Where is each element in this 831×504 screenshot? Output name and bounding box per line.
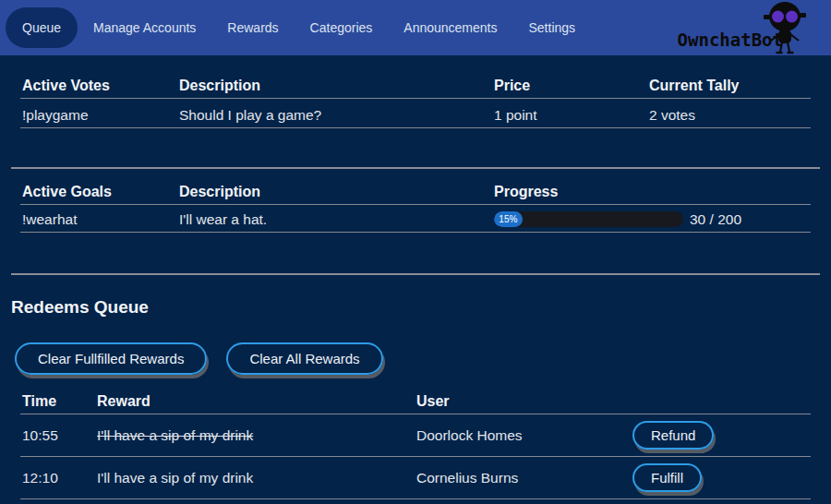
goal-command: !wearhat	[20, 210, 177, 228]
clear-all-button[interactable]: Clear All Rewards	[226, 342, 382, 375]
active-votes-table: Active Votes Description Price Current T…	[11, 55, 820, 169]
votes-col-command: Active Votes	[20, 77, 177, 94]
tab-rewards[interactable]: Rewards	[211, 0, 294, 55]
table-row: !wearhat I'll wear a hat. 15% 30 / 200	[20, 205, 811, 233]
refund-button[interactable]: Refund	[632, 421, 714, 450]
tab-queue[interactable]: Queue	[6, 7, 78, 48]
goal-progress-fill: 15%	[494, 211, 523, 227]
goal-progress-bar: 15%	[494, 211, 683, 227]
redeems-header-row: Time Reward User	[20, 375, 811, 414]
table-row: !playgame Should I play a game? 1 point …	[20, 99, 811, 128]
tab-settings[interactable]: Settings	[512, 0, 591, 55]
redeems-col-user: User	[415, 392, 632, 410]
vote-description: Should I play a game?	[177, 106, 492, 124]
goal-progress-count: 30 / 200	[690, 210, 741, 228]
vote-command: !playgame	[20, 106, 177, 124]
redeem-user: Cornelius Burns	[415, 469, 632, 486]
goal-description: I'll wear a hat.	[177, 210, 492, 228]
top-navbar: Queue Manage Accounts Rewards Categories…	[0, 0, 831, 55]
redeems-table: Time Reward User 10:55 I'll have a sip o…	[11, 375, 820, 499]
main-content: Active Votes Description Price Current T…	[0, 55, 831, 499]
redeem-time: 12:10	[20, 469, 95, 486]
redeems-actions: Clear Fullfilled Rewards Clear All Rewar…	[15, 342, 820, 375]
redeem-reward: I'll have a sip of my drink	[95, 426, 415, 444]
redeems-col-reward: Reward	[95, 392, 415, 410]
table-row: 12:10 I'll have a sip of my drink Cornel…	[20, 457, 811, 499]
tab-announcements[interactable]: Announcements	[388, 0, 512, 55]
tab-manage-accounts[interactable]: Manage Accounts	[78, 0, 211, 55]
votes-col-description: Description	[177, 77, 492, 94]
redeems-col-time: Time	[20, 392, 95, 410]
goals-col-progress: Progress	[492, 183, 811, 200]
goals-col-description: Description	[177, 183, 492, 200]
redeem-reward: I'll have a sip of my drink	[95, 469, 415, 486]
table-row: 10:55 I'll have a sip of my drink Doorlo…	[20, 414, 811, 457]
goals-header-row: Active Goals Description Progress	[20, 169, 811, 205]
redeem-time: 10:55	[20, 426, 95, 444]
clear-fulfilled-button[interactable]: Clear Fullfilled Rewards	[15, 342, 207, 375]
votes-col-price: Price	[492, 77, 647, 94]
redeem-user: Doorlock Homes	[415, 426, 632, 444]
goal-progress: 15% 30 / 200	[492, 210, 811, 228]
votes-header-row: Active Votes Description Price Current T…	[20, 55, 811, 99]
goals-col-command: Active Goals	[20, 183, 177, 200]
goal-progress-percent-label: 15%	[499, 215, 517, 224]
votes-col-tally: Current Tally	[647, 77, 811, 94]
redeems-col-action	[632, 392, 811, 410]
vote-tally: 2 votes	[647, 106, 811, 124]
fulfill-button[interactable]: Fulfill	[632, 463, 702, 492]
robot-mascot-icon	[763, 1, 807, 54]
active-goals-table: Active Goals Description Progress !wearh…	[11, 169, 820, 275]
tab-categories[interactable]: Categories	[295, 0, 389, 55]
redeems-queue-title: Redeems Queue	[11, 297, 820, 318]
vote-price: 1 point	[492, 106, 647, 124]
